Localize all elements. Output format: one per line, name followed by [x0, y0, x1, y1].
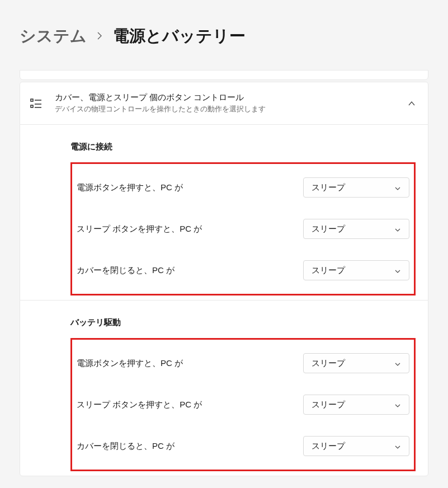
chevron-up-icon	[408, 100, 416, 107]
power-button-plugged-dropdown[interactable]: スリープ	[303, 177, 409, 198]
svg-rect-2	[31, 105, 33, 107]
dropdown-value: スリープ	[312, 441, 345, 452]
battery-highlight-box: 電源ボタンを押すと、PC が スリープ スリープ ボタンを押すと、PC が スリ…	[70, 338, 416, 471]
breadcrumb: システム 電源とバッテリー	[20, 25, 428, 48]
card-subtitle: デバイスの物理コントロールを操作したときの動作を選択します	[55, 104, 395, 114]
setting-row: カバーを閉じると、PC が スリープ	[77, 425, 409, 467]
power-button-battery-label: 電源ボタンを押すと、PC が	[77, 358, 183, 369]
sleep-button-plugged-dropdown[interactable]: スリープ	[303, 219, 409, 239]
setting-row: 電源ボタンを押すと、PC が スリープ	[77, 342, 409, 384]
on-battery-title: バッテリ駆動	[70, 301, 416, 338]
chevron-down-icon	[394, 226, 401, 232]
sleep-button-plugged-label: スリープ ボタンを押すと、PC が	[77, 224, 202, 234]
chevron-right-icon	[97, 30, 103, 43]
setting-row: スリープ ボタンを押すと、PC が スリープ	[77, 384, 409, 425]
setting-row: スリープ ボタンを押すと、PC が スリープ	[77, 208, 409, 250]
previous-card-bottom	[20, 70, 428, 80]
power-button-plugged-label: 電源ボタンを押すと、PC が	[77, 182, 183, 193]
close-lid-plugged-label: カバーを閉じると、PC が	[77, 265, 175, 276]
plugged-in-title: 電源に接続	[70, 125, 416, 162]
close-lid-battery-label: カバーを閉じると、PC が	[77, 441, 175, 452]
close-lid-battery-dropdown[interactable]: スリープ	[303, 436, 409, 456]
lid-power-sleep-card: カバー、電源とスリープ 個のボタン コントロール デバイスの物理コントロールを操…	[20, 82, 428, 476]
breadcrumb-parent[interactable]: システム	[20, 25, 87, 48]
svg-rect-0	[31, 99, 33, 101]
close-lid-plugged-dropdown[interactable]: スリープ	[303, 260, 409, 280]
power-button-battery-dropdown[interactable]: スリープ	[303, 353, 409, 373]
chevron-down-icon	[394, 360, 401, 367]
chevron-down-icon	[394, 267, 401, 274]
sleep-button-battery-dropdown[interactable]: スリープ	[303, 395, 409, 415]
chevron-down-icon	[394, 443, 401, 449]
plugged-highlight-box: 電源ボタンを押すと、PC が スリープ スリープ ボタンを押すと、PC が スリ…	[70, 162, 416, 295]
list-settings-icon	[30, 97, 43, 110]
on-battery-section: バッテリ駆動 電源ボタンを押すと、PC が スリープ スリープ ボタンを押すと、…	[20, 300, 428, 471]
card-title: カバー、電源とスリープ 個のボタン コントロール	[55, 92, 395, 103]
plugged-in-section: 電源に接続 電源ボタンを押すと、PC が スリープ スリープ ボタンを押すと、P…	[20, 124, 428, 295]
dropdown-value: スリープ	[312, 400, 345, 410]
chevron-down-icon	[394, 401, 401, 408]
setting-row: 電源ボタンを押すと、PC が スリープ	[77, 167, 409, 208]
dropdown-value: スリープ	[312, 358, 345, 369]
chevron-down-icon	[394, 184, 401, 191]
card-header[interactable]: カバー、電源とスリープ 個のボタン コントロール デバイスの物理コントロールを操…	[20, 82, 428, 124]
dropdown-value: スリープ	[312, 224, 345, 234]
dropdown-value: スリープ	[312, 182, 345, 193]
page-title: 電源とバッテリー	[113, 25, 246, 48]
sleep-button-battery-label: スリープ ボタンを押すと、PC が	[77, 400, 202, 410]
setting-row: カバーを閉じると、PC が スリープ	[77, 250, 409, 291]
dropdown-value: スリープ	[312, 265, 345, 276]
